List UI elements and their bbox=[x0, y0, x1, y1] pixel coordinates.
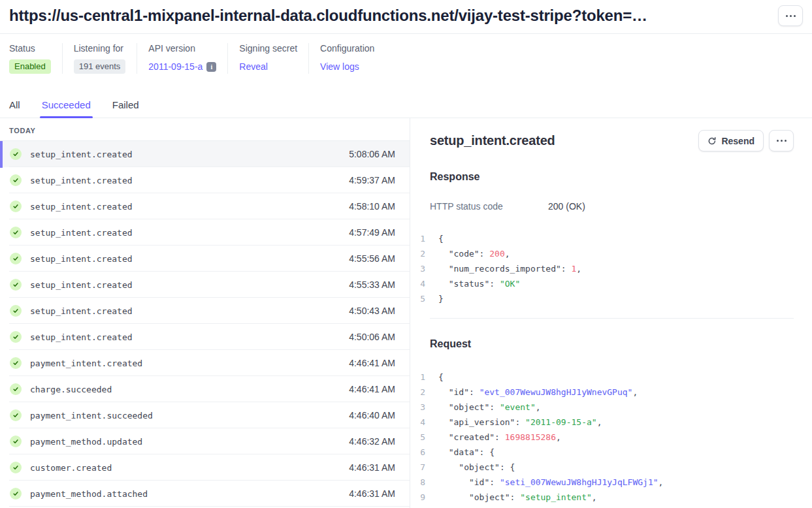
code-text: } bbox=[438, 291, 444, 306]
detail-more-button[interactable] bbox=[769, 130, 794, 151]
resend-button-label: Resend bbox=[721, 136, 755, 146]
meta-item-value: Reveal bbox=[239, 59, 297, 74]
check-circle-icon bbox=[10, 174, 22, 186]
code-text: "object": { bbox=[438, 460, 515, 475]
line-number: 6 bbox=[419, 445, 425, 460]
line-number: 1 bbox=[419, 370, 425, 385]
list-section-label: TODAY bbox=[0, 118, 410, 141]
event-time: 4:58:10 AM bbox=[349, 201, 395, 212]
ellipsis-icon bbox=[786, 15, 796, 17]
line-number: 2 bbox=[419, 246, 425, 261]
event-time: 4:46:41 AM bbox=[349, 358, 395, 368]
request-heading: Request bbox=[430, 338, 794, 350]
code-line: 5} bbox=[419, 291, 794, 306]
check-circle-icon bbox=[10, 227, 22, 238]
meta-link[interactable]: Reveal bbox=[239, 61, 268, 72]
event-row[interactable]: setup_intent.created4:59:37 AM bbox=[0, 167, 410, 193]
code-line: 1{ bbox=[419, 370, 794, 385]
check-circle-icon bbox=[10, 279, 22, 291]
event-row[interactable]: setup_intent.created5:08:06 AM bbox=[0, 141, 410, 167]
meta-item-label: Listening for bbox=[74, 43, 126, 54]
code-line: 3 "num_records_imported": 1, bbox=[419, 261, 794, 276]
event-row[interactable]: customer.created4:46:31 AM bbox=[0, 454, 410, 481]
event-row[interactable]: setup_intent.created4:58:10 AM bbox=[0, 193, 410, 219]
meta-link[interactable]: View logs bbox=[320, 61, 359, 72]
code-line: 1{ bbox=[419, 231, 794, 246]
event-name: charge.succeeded bbox=[30, 385, 112, 394]
http-status-label: HTTP status code bbox=[430, 201, 548, 212]
event-row[interactable]: setup_intent.created4:55:33 AM bbox=[0, 272, 410, 298]
check-circle-icon bbox=[10, 148, 22, 160]
event-time: 4:46:31 AM bbox=[349, 462, 395, 473]
code-text: "status": "OK" bbox=[438, 276, 520, 291]
event-row[interactable]: payment_intent.created4:46:41 AM bbox=[0, 350, 410, 376]
code-line: 9 "object": "setup_intent", bbox=[419, 490, 794, 505]
check-circle-icon bbox=[10, 253, 22, 264]
event-time: 4:59:37 AM bbox=[349, 175, 395, 185]
response-heading: Response bbox=[430, 171, 794, 183]
main-content: TODAY setup_intent.created5:08:06 AMsetu… bbox=[0, 118, 812, 508]
code-line: 4 "api_version": "2011-09-15-a", bbox=[419, 415, 794, 430]
event-row[interactable]: setup_intent.created4:50:06 AM bbox=[0, 324, 410, 350]
detail-actions: Resend bbox=[698, 130, 794, 151]
event-time: 4:50:43 AM bbox=[349, 306, 395, 316]
status-badge: Enabled bbox=[9, 59, 51, 74]
event-row[interactable]: setup_intent.created4:55:56 AM bbox=[0, 246, 410, 272]
section-divider bbox=[430, 318, 794, 319]
ellipsis-icon bbox=[777, 140, 787, 142]
tab-succeeded[interactable]: Succeeded bbox=[42, 99, 91, 118]
check-circle-icon bbox=[10, 462, 22, 473]
webhook-header: https://us-central1-mixpanel-internal-da… bbox=[0, 0, 812, 34]
resend-button[interactable]: Resend bbox=[698, 130, 764, 151]
event-time: 4:55:56 AM bbox=[349, 253, 395, 264]
request-code-block: 1{2 "id": "evt_007WewuJW8hgHJ1yWnevGPuq"… bbox=[419, 370, 794, 505]
meta-item-label: Signing secret bbox=[239, 43, 297, 54]
code-text: "id": "seti_007WewuJW8hgHJ1yJqLFWGj1", bbox=[438, 475, 663, 490]
event-name: setup_intent.created bbox=[30, 228, 133, 238]
meta-item-value: 2011-09-15-ai bbox=[148, 59, 216, 74]
refresh-icon bbox=[707, 136, 717, 146]
code-line: 2 "code": 200, bbox=[419, 246, 794, 261]
code-line: 7 "object": { bbox=[419, 460, 794, 475]
event-row[interactable]: setup_intent.created4:50:43 AM bbox=[0, 298, 410, 324]
http-status-row: HTTP status code 200 (OK) bbox=[430, 201, 794, 212]
event-time: 4:46:41 AM bbox=[349, 384, 395, 394]
meta-item: ConfigurationView logs bbox=[309, 43, 385, 74]
line-number: 4 bbox=[419, 276, 425, 291]
code-line: 4 "status": "OK" bbox=[419, 276, 794, 291]
info-icon[interactable]: i bbox=[206, 62, 216, 72]
meta-item-label: API version bbox=[148, 43, 216, 54]
event-row[interactable]: payment_method.updated4:46:32 AM bbox=[0, 428, 410, 454]
event-time: 4:46:40 AM bbox=[349, 410, 395, 421]
event-row[interactable]: charge.succeeded4:46:41 AM bbox=[0, 376, 410, 402]
event-row[interactable]: setup_intent.created4:57:49 AM bbox=[0, 219, 410, 246]
event-time: 4:46:31 AM bbox=[349, 488, 395, 499]
meta-item: Signing secretReveal bbox=[228, 43, 309, 74]
line-number: 7 bbox=[419, 460, 425, 475]
event-row[interactable]: payment_method.attached4:46:31 AM bbox=[0, 481, 410, 507]
check-circle-icon bbox=[10, 200, 22, 212]
event-name: setup_intent.created bbox=[30, 332, 133, 342]
meta-link[interactable]: 2011-09-15-a bbox=[148, 61, 203, 72]
line-number: 5 bbox=[419, 291, 425, 306]
event-name: setup_intent.created bbox=[30, 176, 133, 185]
tab-all[interactable]: All bbox=[9, 99, 20, 118]
event-name: setup_intent.created bbox=[30, 254, 133, 264]
code-line: 5 "created": 1698815286, bbox=[419, 430, 794, 445]
header-more-button[interactable] bbox=[778, 5, 803, 26]
code-text: { bbox=[438, 231, 444, 246]
check-circle-icon bbox=[10, 305, 22, 317]
code-text: { bbox=[438, 370, 444, 385]
event-name: setup_intent.created bbox=[30, 306, 133, 316]
page-title: https://us-central1-mixpanel-internal-da… bbox=[9, 7, 773, 25]
event-name: customer.created bbox=[30, 463, 112, 473]
result-tabs: AllSucceededFailed bbox=[0, 99, 812, 118]
tab-failed[interactable]: Failed bbox=[112, 99, 139, 118]
event-row[interactable]: payment_intent.succeeded4:46:40 AM bbox=[0, 402, 410, 428]
meta-item-value: View logs bbox=[320, 59, 374, 74]
event-time: 4:50:06 AM bbox=[349, 332, 395, 342]
detail-header: setup_intent.created Resend bbox=[430, 130, 794, 151]
event-name: payment_intent.succeeded bbox=[30, 411, 153, 421]
meta-item-value: 191 events bbox=[74, 59, 126, 74]
code-line: 8 "id": "seti_007WewuJW8hgHJ1yJqLFWGj1", bbox=[419, 475, 794, 490]
